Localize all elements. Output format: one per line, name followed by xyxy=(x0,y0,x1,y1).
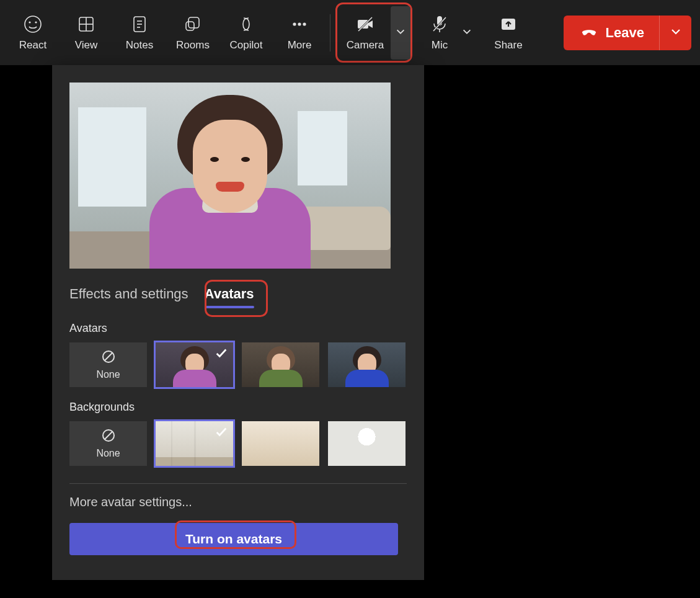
tab-effects-and-settings[interactable]: Effects and settings xyxy=(69,286,188,308)
meeting-toolbar: React View Notes Rooms Copilot xyxy=(0,0,700,65)
toolbar-left-group: React View Notes Rooms Copilot xyxy=(6,2,535,63)
avatar-preview xyxy=(69,83,391,269)
background-tile-1[interactable] xyxy=(156,421,233,466)
share-screen-icon xyxy=(498,14,518,34)
svg-point-14 xyxy=(303,22,306,25)
copilot-icon xyxy=(236,14,256,34)
chevron-down-icon xyxy=(461,26,472,40)
leave-button[interactable]: Leave xyxy=(564,16,659,50)
copilot-button[interactable]: Copilot xyxy=(219,6,273,60)
mic-cluster: Mic xyxy=(421,6,476,60)
camera-off-icon xyxy=(355,14,375,34)
backgrounds-section-label: Backgrounds xyxy=(69,401,407,414)
check-icon xyxy=(215,346,228,360)
avatar-figure xyxy=(149,95,311,269)
smile-icon xyxy=(23,14,43,34)
mic-button[interactable]: Mic xyxy=(421,6,458,60)
more-button[interactable]: More xyxy=(273,6,326,60)
camera-options-chevron[interactable] xyxy=(391,6,410,60)
svg-point-13 xyxy=(298,22,301,25)
svg-line-26 xyxy=(105,432,112,439)
turn-on-avatars-label: Turn on avatars xyxy=(185,532,282,547)
rooms-label: Rooms xyxy=(176,39,210,51)
turn-on-avatars-button[interactable]: Turn on avatars xyxy=(69,523,398,555)
toolbar-divider xyxy=(330,14,330,51)
copilot-label: Copilot xyxy=(230,39,263,51)
rooms-button[interactable]: Rooms xyxy=(166,6,219,60)
notes-icon xyxy=(130,14,149,34)
camera-label: Camera xyxy=(347,39,384,51)
share-button[interactable]: Share xyxy=(482,6,535,60)
chevron-down-icon xyxy=(670,25,682,40)
avatar-tile-1[interactable] xyxy=(156,342,233,387)
panel-tabs: Effects and settings Avatars xyxy=(69,286,407,308)
mic-label: Mic xyxy=(432,39,448,51)
avatar-tile-none[interactable]: None xyxy=(69,342,147,387)
mic-options-chevron[interactable] xyxy=(458,6,476,60)
check-icon xyxy=(215,425,228,439)
avatar-tile-3[interactable] xyxy=(328,342,405,387)
view-button[interactable]: View xyxy=(60,6,113,60)
avatars-section-label: Avatars xyxy=(69,322,407,335)
leave-label: Leave xyxy=(606,25,644,41)
more-label: More xyxy=(288,39,312,51)
chevron-down-icon xyxy=(395,26,406,40)
react-button[interactable]: React xyxy=(6,6,60,60)
more-icon xyxy=(290,14,309,34)
background-tile-none[interactable]: None xyxy=(69,421,147,466)
none-label: None xyxy=(96,448,120,459)
background-tile-2[interactable] xyxy=(242,421,319,466)
svg-point-1 xyxy=(29,21,30,23)
share-label: Share xyxy=(494,39,522,51)
notes-label: Notes xyxy=(126,39,153,51)
none-label: None xyxy=(96,369,120,380)
camera-highlight-box: Camera xyxy=(335,2,412,63)
panel-divider xyxy=(69,483,407,484)
prohibit-icon xyxy=(101,428,116,445)
svg-rect-11 xyxy=(186,22,194,30)
svg-point-0 xyxy=(25,16,41,32)
hangup-icon xyxy=(580,22,598,44)
background-tile-3[interactable] xyxy=(328,421,405,466)
view-label: View xyxy=(75,39,98,51)
avatar-tiles: None xyxy=(69,342,407,387)
prohibit-icon xyxy=(101,349,116,367)
react-label: React xyxy=(19,39,47,51)
notes-button[interactable]: Notes xyxy=(113,6,166,60)
grid-icon xyxy=(76,14,96,34)
leave-cluster: Leave xyxy=(564,16,691,50)
svg-line-24 xyxy=(105,353,112,360)
avatar-tile-2[interactable] xyxy=(242,342,319,387)
mic-off-icon xyxy=(430,14,450,34)
svg-point-12 xyxy=(293,22,296,25)
svg-point-2 xyxy=(35,21,37,23)
background-tiles: None xyxy=(69,421,407,466)
camera-settings-panel: Effects and settings Avatars Avatars Non… xyxy=(52,65,424,580)
rooms-icon xyxy=(183,14,203,34)
tab-avatars[interactable]: Avatars xyxy=(205,286,254,308)
leave-options-chevron[interactable] xyxy=(659,16,691,50)
more-avatar-settings-link[interactable]: More avatar settings... xyxy=(69,495,407,509)
camera-button[interactable]: Camera xyxy=(340,6,391,60)
